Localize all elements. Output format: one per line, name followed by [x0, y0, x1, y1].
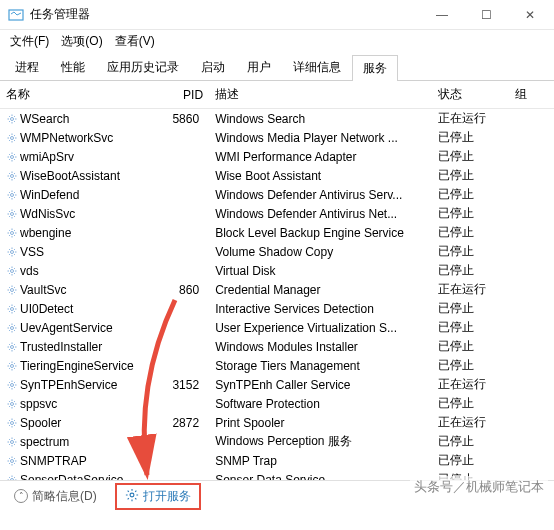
service-group [509, 413, 554, 432]
col-header-pid[interactable]: PID [156, 81, 209, 109]
svg-point-18 [11, 441, 14, 444]
services-table-wrap[interactable]: 名称 PID 描述 状态 组 WSearch5860Windows Search… [0, 81, 554, 481]
table-row[interactable]: WMPNetworkSvcWindows Media Player Networ… [0, 128, 554, 147]
service-pid [156, 261, 209, 280]
table-row[interactable]: Spooler2872Print Spooler正在运行 [0, 413, 554, 432]
col-header-status[interactable]: 状态 [432, 81, 510, 109]
service-name: TrustedInstaller [20, 340, 102, 354]
table-row[interactable]: VaultSvc860Credential Manager正在运行 [0, 280, 554, 299]
service-pid [156, 394, 209, 413]
table-row[interactable]: TieringEngineServiceStorage Tiers Manage… [0, 356, 554, 375]
svg-point-14 [11, 365, 14, 368]
service-status: 正在运行 [432, 413, 510, 432]
service-desc: Credential Manager [209, 280, 431, 299]
service-pid [156, 185, 209, 204]
service-status: 已停止 [432, 166, 510, 185]
service-status: 已停止 [432, 318, 510, 337]
tab-1[interactable]: 性能 [50, 54, 96, 80]
col-header-name[interactable]: 名称 [0, 81, 156, 109]
service-status: 已停止 [432, 223, 510, 242]
svg-point-6 [11, 213, 14, 216]
maximize-button[interactable]: ☐ [464, 0, 508, 30]
table-row[interactable]: TrustedInstallerWindows Modules Installe… [0, 337, 554, 356]
tab-2[interactable]: 应用历史记录 [96, 54, 190, 80]
svg-point-1 [11, 118, 14, 121]
table-row[interactable]: sppsvcSoftware Protection已停止 [0, 394, 554, 413]
tab-5[interactable]: 详细信息 [282, 54, 352, 80]
svg-point-13 [11, 346, 14, 349]
service-status: 已停止 [432, 261, 510, 280]
col-header-group[interactable]: 组 [509, 81, 554, 109]
table-row[interactable]: VSSVolume Shadow Copy已停止 [0, 242, 554, 261]
minimize-button[interactable]: — [420, 0, 464, 30]
service-status: 已停止 [432, 185, 510, 204]
service-icon [6, 113, 18, 125]
svg-point-23 [130, 493, 134, 497]
service-icon [6, 208, 18, 220]
service-pid [156, 451, 209, 470]
menu-options[interactable]: 选项(O) [57, 31, 106, 52]
service-name: UI0Detect [20, 302, 73, 316]
service-icon [6, 151, 18, 163]
service-group [509, 337, 554, 356]
tab-6[interactable]: 服务 [352, 55, 398, 81]
service-name: sppsvc [20, 397, 57, 411]
menu-view[interactable]: 查看(V) [111, 31, 159, 52]
service-group [509, 451, 554, 470]
table-row[interactable]: UevAgentServiceUser Experience Virtualiz… [0, 318, 554, 337]
col-header-desc[interactable]: 描述 [209, 81, 431, 109]
service-group [509, 432, 554, 451]
service-group [509, 356, 554, 375]
titlebar: 任务管理器 — ☐ ✕ [0, 0, 554, 30]
service-group [509, 185, 554, 204]
tab-0[interactable]: 进程 [4, 54, 50, 80]
service-name: WiseBootAssistant [20, 169, 120, 183]
tab-4[interactable]: 用户 [236, 54, 282, 80]
svg-point-2 [11, 137, 14, 140]
svg-point-16 [11, 403, 14, 406]
table-row[interactable]: WiseBootAssistantWise Boot Assistant已停止 [0, 166, 554, 185]
service-name: WSearch [20, 112, 69, 126]
svg-point-9 [11, 270, 14, 273]
service-pid [156, 337, 209, 356]
svg-point-19 [11, 460, 14, 463]
table-row[interactable]: UI0DetectInteractive Services Detection已… [0, 299, 554, 318]
service-name: wbengine [20, 226, 71, 240]
svg-point-4 [11, 175, 14, 178]
service-desc: Windows Media Player Network ... [209, 128, 431, 147]
table-row[interactable]: WSearch5860Windows Search正在运行 [0, 109, 554, 129]
service-pid [156, 299, 209, 318]
table-row[interactable]: vdsVirtual Disk已停止 [0, 261, 554, 280]
service-group [509, 242, 554, 261]
service-name: TieringEngineService [20, 359, 134, 373]
service-name: vds [20, 264, 39, 278]
table-row[interactable]: wmiApSrvWMI Performance Adapter已停止 [0, 147, 554, 166]
service-pid [156, 470, 209, 481]
service-pid [156, 318, 209, 337]
service-desc: Software Protection [209, 394, 431, 413]
brief-info-button[interactable]: ˄ 简略信息(D) [8, 485, 103, 508]
table-row[interactable]: spectrumWindows Perception 服务已停止 [0, 432, 554, 451]
table-row[interactable]: wbengineBlock Level Backup Engine Servic… [0, 223, 554, 242]
service-desc: Wise Boot Assistant [209, 166, 431, 185]
menu-file[interactable]: 文件(F) [6, 31, 53, 52]
service-desc: WMI Performance Adapter [209, 147, 431, 166]
tab-3[interactable]: 启动 [190, 54, 236, 80]
service-icon [6, 246, 18, 258]
services-tbody: WSearch5860Windows Search正在运行WMPNetworkS… [0, 109, 554, 482]
open-services-button[interactable]: 打开服务 [115, 483, 201, 510]
service-group [509, 299, 554, 318]
table-row[interactable]: SNMPTRAPSNMP Trap已停止 [0, 451, 554, 470]
service-group [509, 394, 554, 413]
service-status: 正在运行 [432, 375, 510, 394]
service-icon [6, 474, 18, 481]
table-row[interactable]: WdNisSvcWindows Defender Antivirus Net..… [0, 204, 554, 223]
service-group [509, 128, 554, 147]
table-row[interactable]: SynTPEnhService3152SynTPEnh Caller Servi… [0, 375, 554, 394]
table-row[interactable]: WinDefendWindows Defender Antivirus Serv… [0, 185, 554, 204]
service-pid [156, 432, 209, 451]
service-pid: 2872 [156, 413, 209, 432]
close-button[interactable]: ✕ [508, 0, 552, 30]
service-icon [6, 455, 18, 467]
service-icon [6, 398, 18, 410]
